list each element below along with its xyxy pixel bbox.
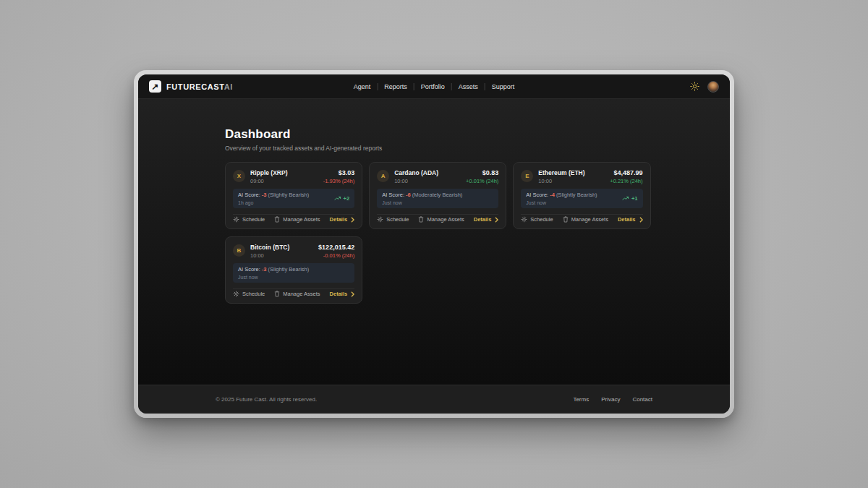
nav-item-support[interactable]: Support	[485, 83, 522, 90]
ai-score-label: AI Score:	[526, 192, 548, 198]
asset-change: +0.21% (24h)	[610, 178, 642, 184]
ai-score-box: AI Score:-4(Slightly Bearish) Just now +…	[521, 189, 642, 208]
details-label: Details	[330, 291, 348, 297]
coin-initial: E	[525, 173, 529, 179]
nav-item-assets[interactable]: Assets	[452, 83, 485, 90]
trend-value: +2	[344, 195, 350, 202]
manage-assets-button[interactable]: Manage Assets	[418, 216, 464, 223]
asset-name: Ethereum (ETH)	[538, 169, 584, 176]
coin-initial: B	[237, 247, 242, 254]
schedule-button[interactable]: Schedule	[377, 216, 409, 223]
copyright-text: © 2025 Future Cast. All rights reserved.	[216, 396, 317, 403]
ai-sentiment: (Slightly Bearish)	[268, 192, 310, 198]
manage-assets-button[interactable]: Manage Assets	[274, 291, 320, 297]
asset-name: Bitcoin (BTC)	[250, 244, 289, 251]
ai-score-box: AI Score:-3(Slightly Bearish) Just now	[233, 263, 354, 283]
nav-item-portfolio[interactable]: Portfolio	[414, 83, 451, 90]
brand-name-suffix: AI	[224, 82, 233, 91]
manage-assets-button[interactable]: Manage Assets	[274, 216, 320, 223]
app-screen: ↗ FUTURECASTAI Agent Reports Portfolio A…	[138, 74, 730, 414]
gear-icon	[377, 216, 383, 223]
asset-time: 09:00	[250, 178, 287, 184]
manage-assets-label: Manage Assets	[283, 291, 320, 297]
trend-value: +1	[631, 195, 638, 202]
top-actions	[690, 81, 719, 93]
trash-icon	[563, 216, 569, 223]
logo-icon: ↗	[149, 80, 161, 93]
brand: ↗ FUTURECASTAI	[149, 80, 233, 93]
asset-price: $0.83	[466, 169, 498, 176]
coin-initial: X	[237, 173, 241, 179]
asset-change: +0.01% (24h)	[466, 178, 498, 184]
schedule-button[interactable]: Schedule	[521, 216, 553, 223]
trend-badge: +2	[334, 195, 350, 202]
asset-card-cardano: A Cardano (ADA) 10:00 $0.83 +0.01% (24h)	[369, 162, 506, 229]
ai-updated-time: Just now	[238, 275, 309, 280]
schedule-label: Schedule	[530, 216, 553, 223]
asset-name: Cardano (ADA)	[394, 169, 438, 176]
trash-icon	[274, 291, 280, 297]
asset-card-ripple: X Ripple (XRP) 09:00 $3.03 -1.93% (24h)	[225, 162, 362, 229]
app-window: ↗ FUTURECASTAI Agent Reports Portfolio A…	[134, 70, 734, 418]
coin-avatar: X	[233, 170, 245, 182]
manage-assets-button[interactable]: Manage Assets	[563, 216, 608, 223]
ai-sentiment: (Slightly Bearish)	[556, 192, 597, 198]
asset-change: -1.93% (24h)	[323, 178, 354, 184]
details-button[interactable]: Details	[474, 216, 499, 223]
theme-toggle-button[interactable]	[690, 82, 699, 91]
details-button[interactable]: Details	[330, 216, 355, 223]
ai-score-label: AI Score:	[238, 192, 260, 198]
chevron-right-icon	[351, 291, 354, 297]
schedule-button[interactable]: Schedule	[233, 291, 265, 297]
asset-time: 10:00	[538, 178, 584, 184]
coin-avatar: A	[377, 170, 389, 182]
ai-score-value: -6	[406, 192, 411, 198]
footer-link-terms[interactable]: Terms	[573, 396, 589, 403]
gear-icon	[233, 291, 239, 297]
trash-icon	[418, 216, 424, 223]
ai-score-value: -4	[550, 192, 555, 198]
ai-score-label: AI Score:	[382, 192, 404, 198]
brand-name: FUTURECASTAI	[166, 82, 233, 91]
footer-link-privacy[interactable]: Privacy	[601, 396, 620, 403]
ai-sentiment: (Moderately Bearish)	[412, 192, 463, 198]
page-title: Dashboard	[225, 127, 643, 142]
ai-score-box: AI Score:-3(Slightly Bearish) 1h ago +2	[233, 189, 354, 208]
schedule-label: Schedule	[386, 216, 409, 223]
page-footer: © 2025 Future Cast. All rights reserved.…	[138, 385, 730, 414]
ai-updated-time: Just now	[526, 200, 597, 205]
trend-badge: +1	[622, 195, 638, 202]
asset-cards-grid: X Ripple (XRP) 09:00 $3.03 -1.93% (24h)	[225, 162, 643, 304]
manage-assets-label: Manage Assets	[571, 216, 608, 223]
main-nav: Agent Reports Portfolio Assets Support	[347, 74, 522, 98]
asset-price: $122,015.42	[318, 244, 354, 251]
asset-price: $4,487.99	[610, 169, 642, 176]
details-label: Details	[618, 216, 636, 223]
trash-icon	[274, 216, 280, 223]
asset-change: -0.01% (24h)	[318, 252, 354, 259]
sun-icon	[690, 82, 699, 91]
details-button[interactable]: Details	[330, 291, 355, 297]
chevron-right-icon	[351, 217, 354, 223]
details-label: Details	[330, 216, 348, 223]
footer-link-contact[interactable]: Contact	[632, 396, 652, 403]
coin-avatar: E	[521, 170, 533, 182]
asset-price: $3.03	[323, 169, 354, 176]
ai-score-label: AI Score:	[238, 266, 260, 273]
chevron-right-icon	[495, 217, 498, 223]
coin-avatar: B	[233, 244, 245, 257]
ai-updated-time: 1h ago	[238, 200, 309, 205]
asset-time: 10:00	[250, 252, 289, 259]
nav-item-reports[interactable]: Reports	[378, 83, 414, 90]
asset-card-bitcoin: B Bitcoin (BTC) 10:00 $122,015.42 -0.01%…	[225, 236, 362, 304]
schedule-label: Schedule	[242, 216, 265, 223]
top-navigation-bar: ↗ FUTURECASTAI Agent Reports Portfolio A…	[138, 74, 730, 99]
details-button[interactable]: Details	[618, 216, 643, 223]
chevron-right-icon	[639, 217, 643, 223]
nav-item-agent[interactable]: Agent	[347, 83, 378, 90]
main-content: Dashboard Overview of your tracked asset…	[138, 99, 730, 385]
schedule-button[interactable]: Schedule	[233, 216, 265, 223]
coin-initial: A	[381, 173, 386, 179]
manage-assets-label: Manage Assets	[427, 216, 464, 223]
user-avatar[interactable]	[707, 81, 719, 93]
